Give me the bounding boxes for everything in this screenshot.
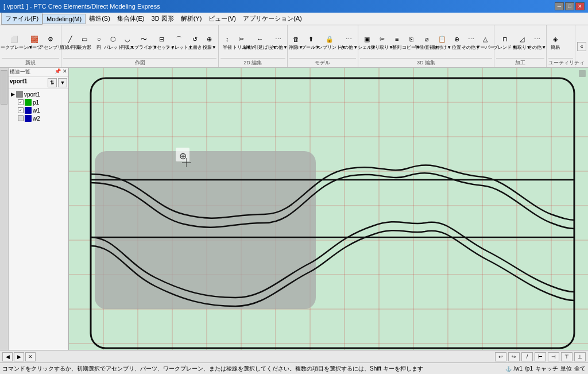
nav-tool5[interactable]: ⊥ bbox=[574, 352, 586, 361]
tree-panel: 構造一覧 📌 ✕ vport1 ⇅ ▼ ▶ vport1 ✓ p1 bbox=[9, 68, 69, 350]
nav-right-tools: ↩ ↪ / ⊢ ⊣ ⊤ ⊥ bbox=[495, 352, 586, 361]
ribbon-btn-assembly[interactable]: ⚙ アセンブリ bbox=[42, 33, 59, 52]
sidebar-toggle[interactable] bbox=[1, 70, 7, 105]
ribbon-btn-fillet[interactable]: ⌒ フィレット▼ bbox=[171, 33, 188, 52]
ribbon-btn-project[interactable]: ⊕ 投影▼ bbox=[203, 33, 216, 52]
tree-label-vport1: vport1 bbox=[24, 91, 40, 98]
tree-item-w2[interactable]: w2 bbox=[10, 114, 67, 122]
undo-btn[interactable]: ↩ bbox=[495, 352, 506, 361]
other-3d-icon: ⋯ bbox=[466, 34, 476, 44]
w1-color-icon bbox=[25, 107, 32, 114]
ribbon-group-draw: ╱ 直線/円弧 ▭ 長方形 ○ 円 ⬡ パレット ◡ 円弧▼ 〜 スプライン▼ bbox=[61, 25, 218, 67]
tree-checkbox-p1[interactable]: ✓ bbox=[18, 99, 24, 105]
radius-icon: ↕ bbox=[222, 34, 233, 44]
ribbon-group-utility-label: ユーティリティ bbox=[548, 58, 573, 67]
ribbon-btn-simple[interactable]: ◈ 簡易 bbox=[548, 33, 562, 52]
taper-icon: △ bbox=[480, 34, 490, 44]
tree-label-w2: w2 bbox=[33, 115, 40, 122]
title-text: [ vport1 ] - PTC Creo Elements/Direct Mo… bbox=[3, 3, 160, 10]
ribbon-btn-imprint[interactable]: 🔒 インプリント▼ bbox=[319, 33, 341, 52]
ribbon-group-2dedit-buttons: ↕ 半径 ✂ トリム▼ ↔ 移動/引延ばし▼ ⋯ その他▼ bbox=[220, 25, 285, 58]
ribbon-btn-rect[interactable]: ▭ 長方形 bbox=[78, 33, 91, 52]
viewport-corner-indicator bbox=[579, 70, 586, 77]
tree-checkbox-w1[interactable]: ✓ bbox=[18, 107, 24, 113]
ribbon-btn-other-2d[interactable]: ⋯ その他▼ bbox=[272, 33, 285, 52]
ribbon-group-model-label: モデル bbox=[289, 58, 356, 67]
status-w1: /w1 bbox=[514, 365, 523, 372]
tree-item-w1[interactable]: ✓ w1 bbox=[10, 106, 67, 114]
simple-icon: ◈ bbox=[550, 34, 560, 44]
svg-text:⊕: ⊕ bbox=[179, 151, 187, 161]
redo-btn[interactable]: ↪ bbox=[508, 352, 520, 361]
tree-content: ▶ vport1 ✓ p1 ✓ w1 w2 bbox=[9, 89, 68, 124]
nav-prev-btn[interactable]: ◀ bbox=[2, 352, 13, 361]
ribbon-btn-paste[interactable]: 📋 貼付け▼ bbox=[435, 33, 449, 52]
ribbon-btn-workplane[interactable]: ⬜ ワークプレーン▼ bbox=[2, 33, 27, 52]
status-catch: キャッチ bbox=[535, 365, 558, 373]
nav-tool4[interactable]: ⊤ bbox=[561, 352, 572, 361]
status-bar-right: ⚓ /w1 /p1 キャッチ 単位 全て bbox=[505, 365, 586, 373]
tree-item-vport1[interactable]: ▶ vport1 bbox=[10, 90, 67, 98]
ribbon-group-3dedit-label: 3D 編集 bbox=[360, 58, 492, 67]
move-icon: ↔ bbox=[255, 34, 265, 44]
assembly-icon: ⚙ bbox=[45, 34, 56, 44]
ribbon-btn-delete[interactable]: 🗑 削除▼ bbox=[289, 33, 303, 52]
collapse-icon[interactable]: « bbox=[577, 42, 586, 51]
tree-label-p1: p1 bbox=[33, 99, 39, 106]
other-mach-icon: ⋯ bbox=[532, 34, 542, 44]
ribbon-btn-radius-diam[interactable]: ⌀ 半径/直径▼ bbox=[419, 33, 435, 52]
ribbon-btn-line-arc[interactable]: ╱ 直線/円弧 bbox=[63, 33, 77, 52]
menu-view[interactable]: ビュー(V) bbox=[205, 13, 239, 24]
tree-pin-icon: 📌 ✕ bbox=[55, 68, 67, 76]
menu-structure[interactable]: 構造(S) bbox=[86, 13, 114, 24]
ribbon-btn-overwrite[interactable]: ↺ 上書き bbox=[188, 33, 202, 52]
menu-modeling[interactable]: Modeling(M) bbox=[42, 14, 86, 24]
paste-icon: 📋 bbox=[437, 34, 447, 44]
tree-expand-vport1[interactable]: ▶ bbox=[11, 91, 15, 97]
ribbon-btn-taper[interactable]: △ テーパー bbox=[478, 33, 492, 52]
status-bar: コマンドをクリックするか、初期選択でアセンブリ、パーツ、ワークプレーン、または稜… bbox=[0, 363, 588, 374]
ribbon-btn-palette[interactable]: ⬡ パレット bbox=[106, 33, 120, 52]
tree-sort-btn[interactable]: ⇅ bbox=[48, 78, 57, 87]
ribbon-group-3dedit-buttons: ▣ シェル▼ ✂ 切り取り▼ ≡ 整列 ⎘ コピー▼ ⌀ 半径/直径▼ 📋 貼付… bbox=[360, 25, 492, 58]
move-cursor: ⊕ bbox=[176, 148, 189, 161]
ribbon-group-new-label: 新規 bbox=[2, 58, 59, 67]
ribbon-btn-blend[interactable]: ⊓ ブレンド▼ bbox=[496, 33, 514, 52]
ribbon-btn-move[interactable]: ↔ 移動/引延ばし▼ bbox=[249, 33, 271, 52]
align-icon: ≡ bbox=[392, 34, 402, 44]
menu-file[interactable]: ファイル(F) bbox=[1, 13, 42, 25]
ribbon-collapse-btn[interactable]: « bbox=[575, 25, 588, 67]
tree-checkbox-w2[interactable] bbox=[18, 115, 24, 121]
maximize-button[interactable]: □ bbox=[565, 2, 574, 10]
ribbon-btn-other-model[interactable]: ⋯ その他▼ bbox=[342, 33, 356, 52]
ribbon-group-draw-buttons: ╱ 直線/円弧 ▭ 長方形 ○ 円 ⬡ パレット ◡ 円弧▼ 〜 スプライン▼ bbox=[63, 25, 216, 58]
minimize-button[interactable]: ─ bbox=[555, 2, 564, 10]
nav-tool1[interactable]: / bbox=[521, 352, 533, 361]
p1-color-icon bbox=[25, 99, 32, 106]
ribbon-btn-other-mach[interactable]: ⋯ その他▼ bbox=[529, 33, 544, 52]
ribbon-btn-cut[interactable]: ✂ 切り取り▼ bbox=[374, 33, 390, 52]
nav-tool2[interactable]: ⊢ bbox=[535, 352, 546, 361]
menu-3d-shape[interactable]: 3D 図形 bbox=[148, 13, 177, 24]
nav-tool3[interactable]: ⊣ bbox=[548, 352, 559, 361]
ribbon-group-machining-label: 加工 bbox=[496, 58, 544, 67]
ribbon-group-2dedit-label: 2D 編集 bbox=[220, 58, 285, 67]
ribbon-btn-chamfer[interactable]: ◿ 面取り▼ bbox=[514, 33, 529, 52]
ribbon-group-utility-buttons: ◈ 簡易 bbox=[548, 25, 573, 58]
menu-analysis[interactable]: 解析(Y) bbox=[177, 13, 206, 24]
menu-assembly[interactable]: 集合体(E) bbox=[114, 13, 148, 24]
status-unit: 単位 bbox=[560, 365, 572, 373]
viewport[interactable]: ⊕ bbox=[69, 68, 588, 350]
menu-application[interactable]: アプリケーション(A) bbox=[239, 13, 305, 24]
tree-header-label: 構造一覧 bbox=[10, 68, 30, 76]
close-button[interactable]: ✕ bbox=[575, 2, 585, 10]
nav-close-btn[interactable]: ✕ bbox=[25, 352, 36, 361]
tree-label-w1: w1 bbox=[33, 107, 40, 114]
nav-next-btn[interactable]: ▶ bbox=[14, 352, 24, 361]
tree-item-p1[interactable]: ✓ p1 bbox=[10, 98, 67, 106]
palette-icon: ⬡ bbox=[108, 34, 118, 44]
radius-diam-icon: ⌀ bbox=[421, 34, 432, 44]
bottom-nav: ◀ ▶ ✕ ↩ ↪ / ⊢ ⊣ ⊤ ⊥ bbox=[0, 350, 588, 363]
tree-filter-btn[interactable]: ▼ bbox=[58, 78, 67, 87]
ribbon-group-machining: ⊓ ブレンド▼ ◿ 面取り▼ ⋯ その他▼ 加工 bbox=[494, 25, 547, 67]
